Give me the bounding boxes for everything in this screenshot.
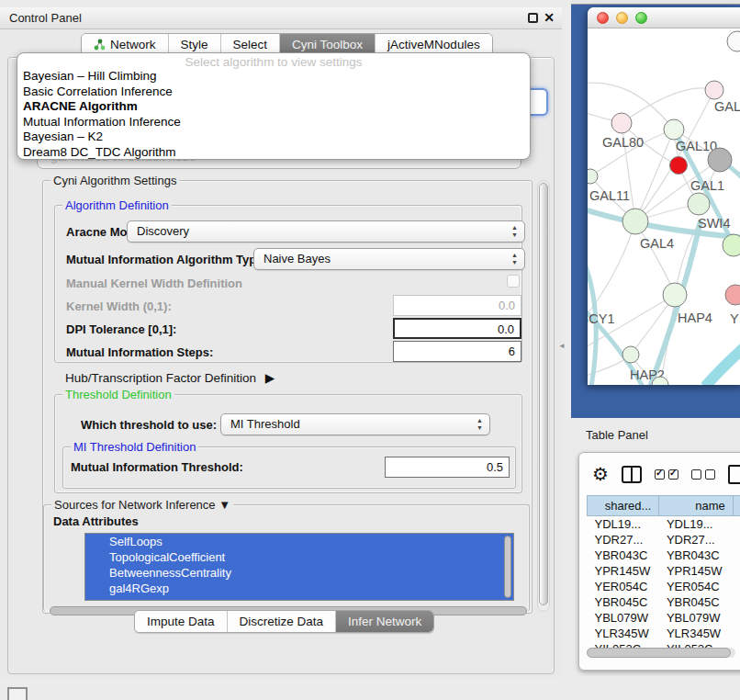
network-node[interactable] (708, 148, 732, 172)
tab-label: jActiveMNodules (387, 38, 480, 51)
network-node-swi4[interactable] (723, 234, 740, 256)
column-header[interactable] (733, 496, 740, 516)
docked-panel-icon[interactable] (7, 687, 28, 700)
table-cell[interactable]: YBR043C (659, 548, 733, 563)
table-cell[interactable]: YBR045C (588, 594, 659, 610)
algorithm-option[interactable]: Bayesian – K2 (17, 130, 530, 145)
close-traffic-light-icon[interactable] (597, 12, 609, 24)
attribute-list-item[interactable]: TopologicalCoefficient (85, 549, 513, 565)
table-cell[interactable]: YLR345W (659, 626, 733, 641)
table-cell[interactable]: 13 (733, 516, 740, 532)
table-cell[interactable]: YBR045C (659, 594, 733, 610)
network-node[interactable] (670, 157, 688, 175)
table-cell[interactable]: 9. (733, 594, 740, 610)
mi-steps-field[interactable]: 6 (393, 341, 521, 362)
table-cell[interactable]: YDR27... (659, 532, 733, 548)
kernel-width-field[interactable]: 0.0 (393, 295, 521, 316)
table-cell[interactable]: YER054C (588, 579, 659, 594)
table-horizontal-scrollbar[interactable] (587, 648, 735, 658)
network-node-gal1[interactable] (688, 193, 710, 215)
table-cell[interactable]: 8. (733, 579, 740, 594)
network-view-window[interactable]: GALGAL80GAL10GAL1GAL11GAL4SWI4GCY1HAP4YH… (588, 7, 740, 385)
splitter-collapse-icon[interactable]: ◄ (558, 342, 565, 350)
table-cell[interactable]: YBL079W (659, 610, 733, 626)
table-row[interactable]: YBR043CYBR043C (588, 548, 740, 563)
attribute-list-item[interactable]: SelfLoops (85, 534, 513, 549)
aracne-mode-value: Discovery (137, 224, 189, 238)
attribute-list-item[interactable]: gal4RGexp (85, 581, 513, 596)
network-node-label: GCY1 (588, 311, 615, 326)
table-cell[interactable]: 12 (733, 532, 740, 548)
table-cell[interactable]: YLR345W (588, 626, 659, 641)
checked-pair-icon[interactable] (655, 469, 678, 480)
network-node-gal4[interactable] (622, 209, 648, 234)
table-toolbar: ⚙ (579, 453, 740, 495)
node-attribute-table[interactable]: shared...name YDL19...YDL19...13YDR27...… (587, 495, 740, 657)
network-node[interactable] (727, 31, 740, 51)
network-node-gal11[interactable] (588, 169, 598, 184)
which-threshold-label: Which threshold to use: (81, 418, 217, 432)
bottom-tab-label: Impute Data (147, 615, 215, 628)
file-icon[interactable] (728, 465, 740, 484)
combo-spinner-icon: ▲▼ (511, 252, 518, 266)
table-row[interactable]: YBL079WYBL079W (588, 610, 740, 626)
network-node-y[interactable] (725, 285, 740, 305)
gear-icon[interactable]: ⚙ (592, 463, 609, 485)
network-node-hap2[interactable] (622, 346, 639, 363)
table-cell[interactable]: YER054C (659, 579, 733, 594)
settings-vertical-scrollbar[interactable] (537, 180, 550, 612)
table-cell[interactable]: 9. (733, 563, 740, 579)
bottom-tab-infer-network[interactable]: Infer Network (336, 611, 433, 632)
bottom-tab-impute-data[interactable]: Impute Data (135, 611, 228, 632)
table-cell[interactable]: YDL19... (659, 516, 733, 532)
algorithm-option[interactable]: Bayesian – Hill Climbing (17, 69, 530, 85)
table-cell[interactable]: YPR145W (588, 563, 659, 579)
table-cell[interactable]: YBL079W (588, 610, 659, 626)
mi-type-combo[interactable]: Naive Bayes ▲▼ (253, 248, 525, 270)
which-threshold-combo[interactable]: MI Threshold ▲▼ (220, 413, 490, 435)
table-cell[interactable] (733, 548, 740, 563)
network-node-hap4[interactable] (663, 283, 687, 307)
table-row[interactable]: YER054CYER054C8. (588, 579, 740, 594)
minimize-traffic-light-icon[interactable] (616, 12, 628, 24)
algorithm-option[interactable]: Mutual Information Inference (17, 115, 530, 130)
mi-threshold-field[interactable]: 0.5 (385, 457, 510, 478)
table-row[interactable]: YDL19...YDL19...13 (588, 516, 740, 532)
control-panel-title: Control Panel (9, 11, 82, 25)
unchecked-pair-icon[interactable] (691, 469, 715, 480)
network-node-gal80[interactable] (611, 113, 632, 133)
table-cell[interactable]: YBR043C (588, 548, 659, 563)
manual-kernel-checkbox[interactable] (507, 275, 520, 288)
table-row[interactable]: YPR145WYPR145W9. (588, 563, 740, 579)
sources-title[interactable]: Sources for Network Inference ▼ (51, 498, 233, 512)
column-header[interactable]: shared... (588, 496, 659, 516)
data-attributes-list[interactable]: SelfLoopsTopologicalCoefficientBetweenne… (84, 533, 514, 601)
zoom-traffic-light-icon[interactable] (635, 12, 647, 24)
column-header[interactable]: name (659, 496, 733, 516)
network-canvas[interactable]: GALGAL80GAL10GAL1GAL11GAL4SWI4GCY1HAP4YH… (588, 28, 740, 385)
close-icon[interactable]: ✕ (544, 10, 555, 25)
split-columns-icon[interactable] (622, 466, 642, 483)
dpi-tolerance-field[interactable]: 0.0 (393, 318, 521, 339)
algorithm-option[interactable]: Dream8 DC_TDC Algorithm (17, 145, 530, 161)
float-icon[interactable] (528, 13, 538, 23)
algorithm-popup-placeholder: Select algorithm to view settings (17, 55, 530, 69)
table-cell[interactable]: YDR27... (588, 532, 659, 548)
table-row[interactable]: YBR045CYBR045C9. (588, 594, 740, 610)
attribute-list-item[interactable]: BetweennessCentrality (85, 565, 513, 581)
table-cell[interactable] (733, 610, 740, 626)
algorithm-option[interactable]: ARACNE Algorithm (17, 99, 530, 115)
table-cell[interactable]: 9. (733, 626, 740, 641)
network-window-titlebar[interactable] (588, 7, 740, 28)
aracne-mode-combo[interactable]: Discovery ▲▼ (127, 220, 525, 243)
table-cell[interactable]: YPR145W (659, 563, 733, 579)
table-cell[interactable]: YDL19... (588, 516, 659, 532)
table-row[interactable]: YDR27...YDR27...12 (588, 532, 740, 548)
list-vertical-scrollbar[interactable] (504, 536, 511, 598)
hub-definition-toggle[interactable]: Hub/Transcription Factor Definition ▶ (65, 370, 275, 385)
bottom-tab-discretize-data[interactable]: Discretize Data (228, 611, 337, 632)
network-node-gal[interactable] (705, 81, 723, 99)
algorithm-option[interactable]: Basic Correlation Inference (17, 85, 530, 100)
network-node-gal10[interactable] (664, 119, 684, 140)
table-row[interactable]: YLR345WYLR345W9. (588, 626, 740, 641)
